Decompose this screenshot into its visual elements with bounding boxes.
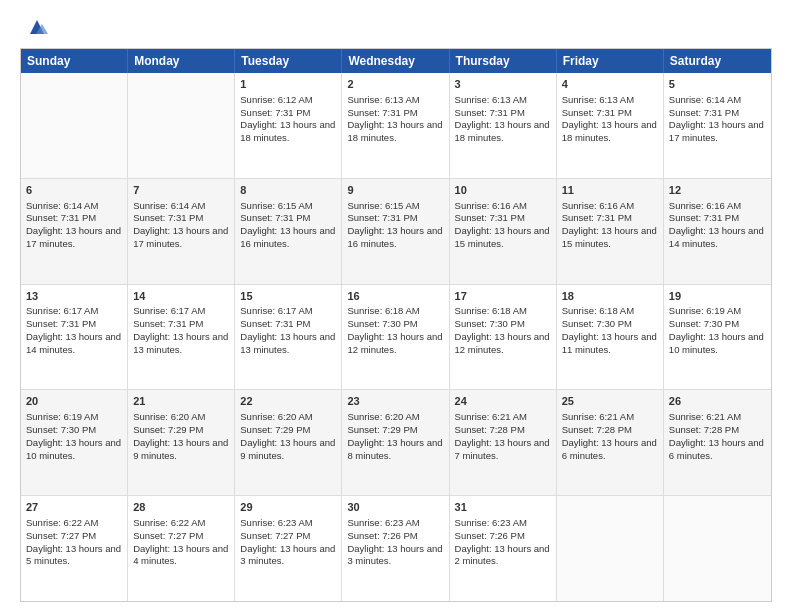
day-number: 22: [240, 394, 336, 409]
day-number: 4: [562, 77, 658, 92]
day-number: 8: [240, 183, 336, 198]
day-info: Daylight: 13 hours and 3 minutes.: [240, 543, 336, 569]
header-day-monday: Monday: [128, 49, 235, 73]
day-number: 16: [347, 289, 443, 304]
day-info: Sunset: 7:31 PM: [26, 212, 122, 225]
day-info: Sunrise: 6:12 AM: [240, 94, 336, 107]
day-info: Daylight: 13 hours and 12 minutes.: [455, 331, 551, 357]
day-info: Sunrise: 6:20 AM: [133, 411, 229, 424]
day-info: Daylight: 13 hours and 18 minutes.: [347, 119, 443, 145]
day-cell-21: 21Sunrise: 6:20 AMSunset: 7:29 PMDayligh…: [128, 390, 235, 495]
day-info: Daylight: 13 hours and 4 minutes.: [133, 543, 229, 569]
day-number: 26: [669, 394, 766, 409]
day-cell-8: 8Sunrise: 6:15 AMSunset: 7:31 PMDaylight…: [235, 179, 342, 284]
header-day-wednesday: Wednesday: [342, 49, 449, 73]
day-info: Daylight: 13 hours and 5 minutes.: [26, 543, 122, 569]
day-info: Sunrise: 6:17 AM: [26, 305, 122, 318]
day-cell-6: 6Sunrise: 6:14 AMSunset: 7:31 PMDaylight…: [21, 179, 128, 284]
day-info: Sunset: 7:30 PM: [26, 424, 122, 437]
day-cell-28: 28Sunrise: 6:22 AMSunset: 7:27 PMDayligh…: [128, 496, 235, 601]
calendar-row-4: 20Sunrise: 6:19 AMSunset: 7:30 PMDayligh…: [21, 389, 771, 495]
day-info: Daylight: 13 hours and 17 minutes.: [26, 225, 122, 251]
day-number: 10: [455, 183, 551, 198]
empty-cell: [664, 496, 771, 601]
day-number: 20: [26, 394, 122, 409]
day-info: Sunset: 7:31 PM: [562, 107, 658, 120]
day-cell-2: 2Sunrise: 6:13 AMSunset: 7:31 PMDaylight…: [342, 73, 449, 178]
day-info: Daylight: 13 hours and 10 minutes.: [669, 331, 766, 357]
day-info: Sunrise: 6:22 AM: [26, 517, 122, 530]
header-day-friday: Friday: [557, 49, 664, 73]
day-info: Sunset: 7:31 PM: [669, 212, 766, 225]
day-number: 11: [562, 183, 658, 198]
header-day-thursday: Thursday: [450, 49, 557, 73]
page: SundayMondayTuesdayWednesdayThursdayFrid…: [0, 0, 792, 612]
day-info: Sunset: 7:27 PM: [133, 530, 229, 543]
logo-icon: [26, 16, 48, 38]
day-info: Sunset: 7:28 PM: [562, 424, 658, 437]
day-info: Daylight: 13 hours and 12 minutes.: [347, 331, 443, 357]
day-info: Daylight: 13 hours and 9 minutes.: [240, 437, 336, 463]
day-cell-17: 17Sunrise: 6:18 AMSunset: 7:30 PMDayligh…: [450, 285, 557, 390]
day-number: 27: [26, 500, 122, 515]
day-cell-4: 4Sunrise: 6:13 AMSunset: 7:31 PMDaylight…: [557, 73, 664, 178]
day-cell-15: 15Sunrise: 6:17 AMSunset: 7:31 PMDayligh…: [235, 285, 342, 390]
day-info: Sunrise: 6:21 AM: [455, 411, 551, 424]
day-number: 2: [347, 77, 443, 92]
day-info: Sunrise: 6:14 AM: [26, 200, 122, 213]
day-number: 1: [240, 77, 336, 92]
day-cell-31: 31Sunrise: 6:23 AMSunset: 7:26 PMDayligh…: [450, 496, 557, 601]
day-info: Sunrise: 6:18 AM: [347, 305, 443, 318]
day-info: Daylight: 13 hours and 18 minutes.: [240, 119, 336, 145]
header-day-saturday: Saturday: [664, 49, 771, 73]
empty-cell: [128, 73, 235, 178]
day-cell-13: 13Sunrise: 6:17 AMSunset: 7:31 PMDayligh…: [21, 285, 128, 390]
day-info: Sunrise: 6:19 AM: [669, 305, 766, 318]
day-cell-7: 7Sunrise: 6:14 AMSunset: 7:31 PMDaylight…: [128, 179, 235, 284]
day-info: Daylight: 13 hours and 6 minutes.: [669, 437, 766, 463]
day-info: Sunset: 7:29 PM: [133, 424, 229, 437]
day-number: 3: [455, 77, 551, 92]
calendar-row-2: 6Sunrise: 6:14 AMSunset: 7:31 PMDaylight…: [21, 178, 771, 284]
header-day-sunday: Sunday: [21, 49, 128, 73]
day-info: Sunset: 7:29 PM: [347, 424, 443, 437]
day-cell-5: 5Sunrise: 6:14 AMSunset: 7:31 PMDaylight…: [664, 73, 771, 178]
day-info: Sunset: 7:31 PM: [133, 318, 229, 331]
day-cell-24: 24Sunrise: 6:21 AMSunset: 7:28 PMDayligh…: [450, 390, 557, 495]
day-number: 13: [26, 289, 122, 304]
day-number: 29: [240, 500, 336, 515]
day-number: 12: [669, 183, 766, 198]
day-info: Daylight: 13 hours and 14 minutes.: [26, 331, 122, 357]
day-number: 23: [347, 394, 443, 409]
day-number: 30: [347, 500, 443, 515]
day-number: 7: [133, 183, 229, 198]
day-info: Sunrise: 6:16 AM: [562, 200, 658, 213]
empty-cell: [21, 73, 128, 178]
day-info: Sunrise: 6:22 AM: [133, 517, 229, 530]
logo: [20, 16, 48, 38]
day-number: 5: [669, 77, 766, 92]
day-number: 18: [562, 289, 658, 304]
day-info: Daylight: 13 hours and 18 minutes.: [455, 119, 551, 145]
day-info: Sunrise: 6:23 AM: [347, 517, 443, 530]
day-info: Daylight: 13 hours and 11 minutes.: [562, 331, 658, 357]
day-number: 19: [669, 289, 766, 304]
calendar-row-5: 27Sunrise: 6:22 AMSunset: 7:27 PMDayligh…: [21, 495, 771, 601]
day-info: Daylight: 13 hours and 15 minutes.: [562, 225, 658, 251]
day-info: Daylight: 13 hours and 17 minutes.: [133, 225, 229, 251]
day-info: Sunset: 7:27 PM: [26, 530, 122, 543]
header: [20, 16, 772, 38]
day-info: Sunset: 7:31 PM: [347, 212, 443, 225]
calendar: SundayMondayTuesdayWednesdayThursdayFrid…: [20, 48, 772, 602]
day-info: Sunrise: 6:23 AM: [455, 517, 551, 530]
day-number: 6: [26, 183, 122, 198]
day-info: Sunset: 7:27 PM: [240, 530, 336, 543]
day-info: Sunrise: 6:17 AM: [133, 305, 229, 318]
day-number: 17: [455, 289, 551, 304]
day-info: Daylight: 13 hours and 14 minutes.: [669, 225, 766, 251]
calendar-row-3: 13Sunrise: 6:17 AMSunset: 7:31 PMDayligh…: [21, 284, 771, 390]
day-info: Daylight: 13 hours and 2 minutes.: [455, 543, 551, 569]
day-cell-27: 27Sunrise: 6:22 AMSunset: 7:27 PMDayligh…: [21, 496, 128, 601]
day-info: Sunrise: 6:15 AM: [240, 200, 336, 213]
day-number: 9: [347, 183, 443, 198]
